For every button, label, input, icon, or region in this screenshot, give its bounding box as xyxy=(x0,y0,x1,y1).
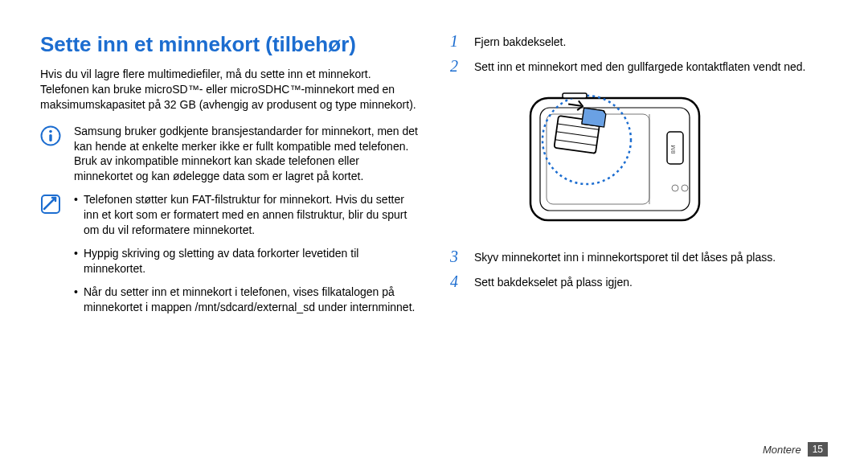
note-item: Hyppig skriving og sletting av data fork… xyxy=(74,246,418,276)
svg-rect-2 xyxy=(49,134,51,141)
step-number: 2 xyxy=(450,57,466,76)
page-footer: Montere 15 xyxy=(763,442,828,457)
footer-section: Montere xyxy=(763,444,801,456)
warning-text: Samsung bruker godkjente bransjestandard… xyxy=(74,124,418,185)
step-number: 4 xyxy=(450,272,466,291)
step-text: Sett inn et minnekort med den gullfarged… xyxy=(474,57,806,75)
note-item: Telefonen støtter kun FAT-filstruktur fo… xyxy=(74,192,418,238)
notes-list: Telefonen støtter kun FAT-filstruktur fo… xyxy=(74,192,418,314)
step-text: Skyv minnekortet inn i minnekortsporet t… xyxy=(474,248,776,265)
step-item: 2 Sett inn et minnekort med den gullfarg… xyxy=(450,57,828,76)
step-item: 1 Fjern bakdekselet. xyxy=(450,32,828,51)
svg-rect-3 xyxy=(42,195,59,213)
step-number: 3 xyxy=(450,248,466,266)
svg-text:8M: 8M xyxy=(669,145,677,154)
intro-paragraph: Hvis du vil lagre flere multimediefiler,… xyxy=(40,67,418,113)
step-item: 3 Skyv minnekortet inn i minnekortsporet… xyxy=(450,248,828,266)
step-text: Fjern bakdekselet. xyxy=(474,32,566,50)
step-item: 4 Sett bakdekselet på plass igjen. xyxy=(450,272,828,291)
step-number: 1 xyxy=(450,32,466,51)
warning-icon xyxy=(40,124,63,185)
section-heading: Sette inn et minnekort (tilbehør) xyxy=(40,32,418,57)
svg-point-1 xyxy=(49,129,52,133)
note-item: Når du setter inn et minnekort i telefon… xyxy=(74,285,418,315)
note-icon xyxy=(40,192,63,322)
step-text: Sett bakdekselet på plass igjen. xyxy=(474,272,633,290)
footer-page-number: 15 xyxy=(808,442,828,457)
phone-illustration: 8M xyxy=(482,84,828,236)
svg-rect-19 xyxy=(563,93,587,98)
